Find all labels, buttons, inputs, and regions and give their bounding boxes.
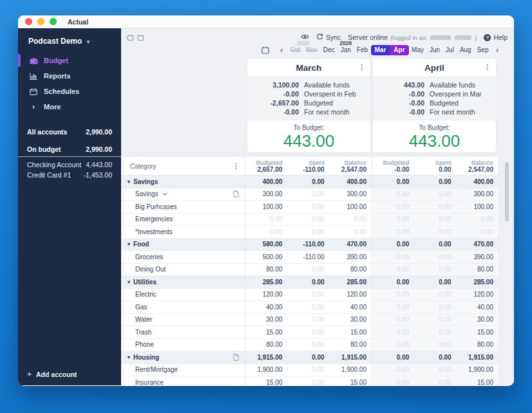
budgeted-cell[interactable]: 15.00 (245, 326, 287, 338)
category-row-big-purhcases[interactable]: Big Purhcases100.000.00100.000.000.00100… (121, 201, 499, 214)
balance-cell[interactable]: 0.00 (330, 226, 372, 238)
balance-cell[interactable]: 1,900.00 (330, 364, 372, 376)
spent-cell[interactable]: -110.00 (287, 239, 329, 251)
balance-cell[interactable]: 0.00 (457, 214, 499, 226)
spent-cell[interactable]: -110.00 (287, 251, 329, 263)
budgeted-cell[interactable]: 15.00 (245, 376, 287, 385)
budgeted-cell[interactable]: 0.00 (245, 214, 287, 226)
category-group-row-housing[interactable]: ▾Housing1,915.000.001,915.000.000.001,91… (121, 351, 499, 364)
budgeted-cell[interactable]: 80.00 (245, 339, 287, 351)
sidebar-item-reports[interactable]: Reports (18, 68, 121, 84)
spent-cell[interactable]: 0.00 (287, 339, 329, 351)
category-row-groceries[interactable]: Groceries500.00-110.00390.000.000.00390.… (121, 251, 499, 264)
budgeted-cell[interactable]: 40.00 (245, 301, 287, 313)
budgeted-cell[interactable]: 0.00 (372, 276, 414, 288)
balance-cell[interactable]: 15.00 (330, 376, 372, 385)
spent-cell[interactable]: 0.00 (287, 201, 329, 213)
balance-cell[interactable]: 80.00 (330, 264, 372, 276)
budget-file-menu[interactable]: Podcast Demo ▾ (18, 28, 121, 53)
budgeted-cell[interactable]: 0.00 (372, 289, 414, 301)
budgeted-cell[interactable]: 0.00 (372, 176, 414, 188)
budgeted-cell[interactable]: 500.00 (245, 251, 287, 263)
budgeted-cell[interactable]: 0.00 (372, 326, 414, 338)
minimize-button[interactable] (37, 18, 44, 25)
balance-cell[interactable]: 15.00 (330, 326, 372, 338)
month-tab-jul[interactable]: Jul (443, 45, 457, 55)
spent-cell[interactable]: 0.00 (287, 314, 329, 326)
spent-cell[interactable]: 0.00 (287, 301, 329, 313)
month-tab-feb[interactable]: Feb (354, 45, 370, 55)
budgeted-cell[interactable]: 0.00 (372, 364, 414, 376)
collapse-arrow-icon[interactable]: ▾ (128, 354, 130, 360)
balance-cell[interactable]: 400.00 (457, 176, 499, 188)
column-total[interactable]: 2,657.00 (257, 166, 282, 174)
category-cell[interactable]: Big Purhcases (121, 201, 245, 213)
add-account-button[interactable]: + Add account (27, 370, 77, 379)
category-cell[interactable]: Phone (121, 339, 245, 351)
balance-cell[interactable]: 100.00 (330, 201, 372, 213)
category-row-emergencies[interactable]: Emergencies0.000.000.000.000.000.00 (121, 214, 499, 226)
budgeted-cell[interactable]: 285.00 (245, 276, 287, 288)
month-menu-icon[interactable]: ⋮ (484, 64, 491, 70)
month-tab-mar[interactable]: Mar (371, 45, 390, 55)
spent-cell[interactable]: 0.00 (414, 214, 456, 226)
month-tab-may[interactable]: May (409, 45, 427, 55)
spent-cell[interactable]: 0.00 (287, 276, 329, 288)
category-row-water[interactable]: Water30.000.0030.000.000.0030.00 (121, 314, 499, 327)
spent-cell[interactable]: 0.00 (414, 364, 456, 376)
spent-cell[interactable]: 0.00 (414, 188, 456, 201)
spent-cell[interactable]: 0.00 (287, 326, 329, 338)
balance-cell[interactable]: 80.00 (457, 339, 499, 351)
sidebar-total-all-accounts[interactable]: All accounts2,990.00 (18, 126, 121, 138)
spent-cell[interactable]: 0.00 (414, 201, 456, 213)
month-tab-jun[interactable]: Jun (426, 45, 442, 55)
category-cell[interactable]: *Investments (121, 226, 245, 238)
budgeted-cell[interactable]: 0.00 (372, 239, 414, 251)
balance-cell[interactable]: 120.00 (330, 289, 372, 301)
budgeted-cell[interactable]: 1,900.00 (245, 364, 287, 376)
category-row-trash[interactable]: Trash15.000.0015.000.000.0015.00 (121, 326, 499, 339)
close-button[interactable] (25, 18, 32, 25)
sidebar-account-checking-account[interactable]: Checking Account4,443.00 (18, 160, 121, 170)
balance-cell[interactable]: 285.00 (330, 276, 372, 288)
note-icon[interactable] (233, 190, 239, 197)
category-row-electric[interactable]: Electric120.000.00120.000.000.00120.00 (121, 289, 499, 302)
category-row-phone[interactable]: Phone80.000.0080.000.000.0080.00 (121, 339, 499, 352)
balance-cell[interactable]: 80.00 (457, 264, 499, 276)
spent-cell[interactable]: 0.00 (414, 176, 456, 188)
category-row-investments[interactable]: *Investments0.000.000.000.000.000.00 (121, 226, 499, 239)
budgeted-cell[interactable]: 1,915.00 (245, 351, 287, 363)
balance-cell[interactable]: 1,915.00 (457, 351, 499, 363)
spent-cell[interactable]: 0.00 (414, 376, 456, 385)
sidebar-item-budget[interactable]: Budget (18, 53, 121, 68)
category-row-savings[interactable]: Savings300.000.00300.000.000.00300.00 (121, 188, 499, 201)
month-tab-dec[interactable]: Dec (320, 45, 337, 55)
month-tab-aug[interactable]: Aug (457, 45, 474, 55)
budgeted-cell[interactable]: 0.00 (372, 376, 414, 385)
column-total[interactable]: 2,547.00 (468, 166, 493, 174)
sidebar-item-schedules[interactable]: Schedules (18, 84, 121, 99)
sidebar-total-on-budget[interactable]: On budget2,990.00 (18, 143, 121, 157)
category-cell[interactable]: Emergencies (121, 214, 245, 226)
category-row-insurance[interactable]: Insurance15.000.0015.000.000.0015.00 (121, 376, 499, 385)
month-tab-apr[interactable]: Apr (390, 45, 408, 55)
spent-cell[interactable]: 0.00 (414, 289, 456, 301)
help-button[interactable]: ? Help (484, 33, 508, 41)
budgeted-cell[interactable]: 80.00 (245, 264, 287, 276)
spent-cell[interactable]: 0.00 (414, 351, 456, 363)
month-tab-nov[interactable]: Nov (303, 45, 321, 55)
balance-cell[interactable]: 30.00 (330, 314, 372, 326)
category-cell[interactable]: Insurance (121, 376, 245, 385)
budgeted-cell[interactable]: 0.00 (372, 314, 414, 326)
budgeted-cell[interactable]: 0.00 (372, 339, 414, 351)
budgeted-cell[interactable]: 0.00 (372, 201, 414, 213)
spent-cell[interactable]: 0.00 (414, 314, 456, 326)
balance-cell[interactable]: 400.00 (330, 176, 372, 188)
note-icon[interactable] (233, 354, 239, 361)
budgeted-cell[interactable]: 0.00 (372, 251, 414, 263)
category-group-row-savings[interactable]: ▾Savings400.000.00400.000.000.00400.00 (121, 176, 499, 188)
balance-cell[interactable]: 40.00 (330, 301, 372, 313)
balance-cell[interactable]: 470.00 (330, 239, 372, 251)
category-row-dining-out[interactable]: Dining Out80.000.0080.000.000.0080.00 (121, 264, 499, 277)
sidebar-item-more[interactable]: ›More (18, 99, 121, 115)
